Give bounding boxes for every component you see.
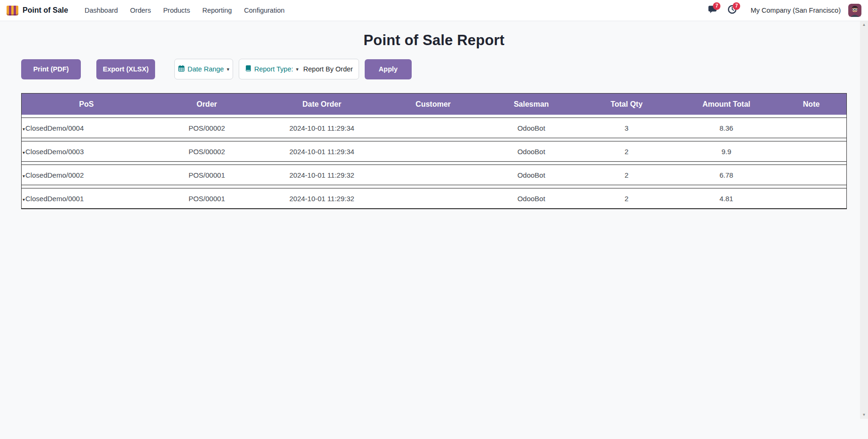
table-row: ▾ClosedDemo/0004POS/000022024-10-01 11:2… bbox=[22, 118, 846, 138]
messages-badge: 7 bbox=[713, 2, 720, 10]
row-expand-caret-icon[interactable]: ▾ bbox=[23, 197, 25, 202]
column-header-customer: Customer bbox=[380, 100, 486, 109]
table-body: ▾ClosedDemo/0004POS/000022024-10-01 11:2… bbox=[22, 118, 846, 209]
table-header-row: PoS Order Date Order Customer Salesman T… bbox=[22, 94, 846, 115]
column-header-date-order: Date Order bbox=[263, 100, 380, 109]
total-qty-cell: 2 bbox=[577, 195, 676, 203]
report-toolbar: Print (PDF) Export (XLSX) Date Range ▾ bbox=[21, 59, 868, 79]
row-expand-caret-icon[interactable]: ▾ bbox=[23, 126, 25, 132]
print-pdf-button[interactable]: Print (PDF) bbox=[21, 59, 81, 79]
export-xlsx-button[interactable]: Export (XLSX) bbox=[96, 59, 155, 79]
date-order-cell: 2024-10-01 11:29:32 bbox=[263, 195, 380, 203]
amount-total-cell: 8.36 bbox=[676, 124, 776, 132]
pos-session-label: ClosedDemo/0004 bbox=[25, 124, 84, 132]
row-expand-caret-icon[interactable]: ▾ bbox=[23, 173, 25, 179]
menu-item-configuration[interactable]: Configuration bbox=[238, 0, 290, 21]
total-qty-cell: 2 bbox=[577, 171, 676, 179]
activities-badge: 7 bbox=[733, 2, 740, 10]
table-row: ▾ClosedDemo/0001POS/000012024-10-01 11:2… bbox=[22, 188, 846, 209]
salesman-cell: OdooBot bbox=[486, 124, 577, 132]
date-order-cell: 2024-10-01 11:29:32 bbox=[263, 171, 380, 179]
column-header-pos: PoS bbox=[22, 100, 150, 109]
salesman-cell: OdooBot bbox=[486, 195, 577, 203]
report-type-dropdown[interactable]: Report Type: ▾ Report By Order bbox=[239, 59, 359, 79]
date-range-label: Date Range bbox=[188, 65, 224, 73]
date-order-cell: 2024-10-01 11:29:34 bbox=[263, 148, 380, 156]
amount-total-cell: 6.78 bbox=[676, 171, 776, 179]
column-header-note: Note bbox=[776, 100, 846, 109]
main-menu: Dashboard Orders Products Reporting Conf… bbox=[78, 0, 291, 21]
pos-session-label: ClosedDemo/0001 bbox=[25, 195, 84, 203]
company-name[interactable]: My Company (San Francisco) bbox=[751, 7, 841, 14]
page-title: Point of Sale Report bbox=[0, 32, 868, 49]
table-row: ▾ClosedDemo/0002POS/000012024-10-01 11:2… bbox=[22, 165, 846, 185]
menu-item-products[interactable]: Products bbox=[157, 0, 196, 21]
pos-session-label: ClosedDemo/0003 bbox=[25, 148, 84, 156]
total-qty-cell: 3 bbox=[577, 124, 676, 132]
user-avatar[interactable] bbox=[848, 4, 861, 17]
salesman-cell: OdooBot bbox=[486, 148, 577, 156]
column-header-salesman: Salesman bbox=[486, 100, 577, 109]
row-expand-caret-icon[interactable]: ▾ bbox=[23, 150, 25, 155]
amount-total-cell: 9.9 bbox=[676, 148, 776, 156]
pos-cell: ▾ClosedDemo/0004 bbox=[22, 124, 150, 132]
book-icon bbox=[245, 65, 251, 73]
column-header-amount-total: Amount Total bbox=[676, 100, 776, 109]
report-type-label: Report Type: bbox=[254, 65, 293, 73]
calendar-icon bbox=[178, 65, 185, 73]
activities-button[interactable]: 7 bbox=[724, 3, 740, 17]
order-cell: POS/00001 bbox=[150, 171, 263, 179]
amount-total-cell: 4.81 bbox=[676, 195, 776, 203]
pos-cell: ▾ClosedDemo/0002 bbox=[22, 171, 150, 179]
order-cell: POS/00002 bbox=[150, 148, 263, 156]
total-qty-cell: 2 bbox=[577, 148, 676, 156]
caret-down-icon: ▾ bbox=[296, 66, 299, 72]
menu-item-reporting[interactable]: Reporting bbox=[196, 0, 238, 21]
vertical-scrollbar[interactable]: ▲ ▼ bbox=[860, 21, 868, 419]
date-order-cell: 2024-10-01 11:29:34 bbox=[263, 124, 380, 132]
menu-item-dashboard[interactable]: Dashboard bbox=[78, 0, 124, 21]
pos-cell: ▾ClosedDemo/0001 bbox=[22, 195, 150, 203]
caret-down-icon: ▾ bbox=[227, 66, 229, 72]
column-header-total-qty: Total Qty bbox=[577, 100, 676, 109]
top-navbar: Point of Sale Dashboard Orders Products … bbox=[0, 0, 868, 21]
scroll-up-icon[interactable]: ▲ bbox=[862, 23, 866, 27]
app-switcher[interactable]: Point of Sale bbox=[7, 6, 68, 16]
scroll-down-icon[interactable]: ▼ bbox=[862, 413, 866, 417]
app-name: Point of Sale bbox=[23, 6, 68, 15]
order-cell: POS/00002 bbox=[150, 124, 263, 132]
table-row: ▾ClosedDemo/0003POS/000022024-10-01 11:2… bbox=[22, 141, 846, 162]
salesman-cell: OdooBot bbox=[486, 171, 577, 179]
apply-button[interactable]: Apply bbox=[365, 59, 412, 79]
date-range-dropdown[interactable]: Date Range ▾ bbox=[174, 59, 233, 79]
order-cell: POS/00001 bbox=[150, 195, 263, 203]
menu-item-orders[interactable]: Orders bbox=[124, 0, 157, 21]
column-header-order: Order bbox=[150, 100, 263, 109]
point-of-sale-app-icon bbox=[7, 6, 18, 16]
systray: 7 7 My Company (San Francisco) bbox=[704, 3, 861, 17]
messages-button[interactable]: 7 bbox=[704, 3, 720, 17]
report-type-value: Report By Order bbox=[303, 65, 353, 73]
pos-cell: ▾ClosedDemo/0003 bbox=[22, 148, 150, 156]
report-table: PoS Order Date Order Customer Salesman T… bbox=[21, 93, 847, 209]
pos-session-label: ClosedDemo/0002 bbox=[25, 171, 84, 179]
